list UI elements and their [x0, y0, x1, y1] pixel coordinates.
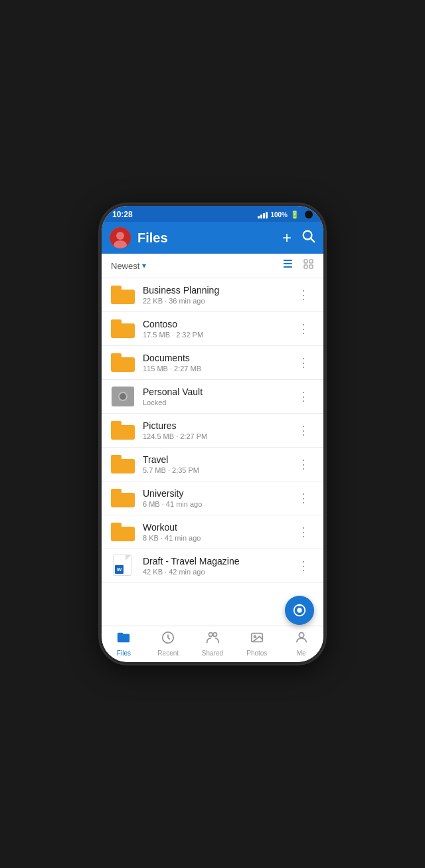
nav-item-me[interactable]: Me — [279, 630, 323, 657]
list-item[interactable]: University 6 MB · 41 min ago ⋮ — [102, 481, 323, 515]
nav-label-shared: Shared — [202, 650, 223, 657]
list-item[interactable]: Pictures 124.5 MB · 2:27 PM ⋮ — [102, 414, 323, 448]
file-meta: 8 KB · 41 min ago — [143, 534, 286, 542]
battery-indicator: 100% — [270, 211, 288, 218]
file-name: Business Planning — [143, 285, 286, 296]
more-options-button[interactable]: ⋮ — [294, 321, 314, 336]
svg-point-14 — [209, 633, 212, 637]
file-meta: 124.5 MB · 2:27 PM — [143, 432, 286, 440]
more-options-button[interactable]: ⋮ — [294, 559, 314, 573]
files-nav-icon — [116, 630, 131, 648]
nav-item-files[interactable]: Files — [102, 630, 146, 657]
more-options-button[interactable]: ⋮ — [294, 288, 314, 302]
list-item[interactable]: Workout 8 KB · 41 min ago ⋮ — [102, 515, 323, 549]
camera-fab-button[interactable] — [285, 596, 314, 625]
file-name: Travel — [143, 454, 286, 465]
status-time: 10:28 — [112, 210, 133, 219]
status-icons: 100% 🔋 — [258, 211, 313, 219]
nav-item-photos[interactable]: Photos — [234, 630, 279, 657]
more-options-button[interactable]: ⋮ — [294, 423, 314, 438]
file-name: Workout — [143, 522, 286, 533]
list-item[interactable]: Contoso 17.5 MB · 2:32 PM ⋮ — [102, 312, 323, 346]
file-meta: Locked — [143, 398, 286, 406]
folder-icon — [111, 420, 135, 440]
more-options-button[interactable]: ⋮ — [294, 457, 314, 472]
nav-label-photos: Photos — [246, 650, 267, 657]
status-bar: 10:28 100% 🔋 — [102, 206, 323, 222]
app-header: Files + — [102, 222, 323, 254]
svg-rect-11 — [309, 265, 313, 268]
nav-label-files: Files — [117, 650, 131, 657]
folder-icon — [111, 285, 135, 305]
file-meta: 115 MB · 2:27 MB — [143, 365, 286, 373]
file-meta: 5.7 MB · 2:35 PM — [143, 466, 286, 474]
svg-point-17 — [254, 636, 256, 638]
add-button[interactable]: + — [282, 228, 292, 247]
svg-rect-8 — [304, 260, 307, 263]
header-actions: + — [282, 228, 315, 247]
svg-rect-10 — [304, 265, 307, 268]
svg-point-12 — [298, 608, 301, 612]
nav-label-me: Me — [297, 650, 306, 657]
nav-item-recent[interactable]: Recent — [146, 630, 191, 657]
svg-point-1 — [116, 232, 124, 240]
folder-icon — [111, 454, 135, 474]
file-meta: 17.5 MB · 2:32 PM — [143, 331, 286, 339]
file-meta: 42 KB · 42 min ago — [143, 568, 286, 576]
more-options-button[interactable]: ⋮ — [294, 491, 314, 505]
file-meta: 6 MB · 41 min ago — [143, 500, 286, 508]
sort-chevron-icon: ▾ — [142, 261, 146, 270]
file-list: Business Planning 22 KB · 36 min ago ⋮ C… — [102, 278, 323, 626]
view-toggle — [284, 259, 314, 272]
svg-point-15 — [213, 633, 217, 637]
shared-nav-icon — [205, 630, 220, 648]
sort-bar: Newest ▾ — [102, 254, 323, 278]
list-view-icon[interactable] — [284, 259, 296, 272]
svg-rect-9 — [309, 260, 313, 263]
list-item[interactable]: Personal Vault Locked ⋮ — [102, 380, 323, 414]
file-name: University — [143, 488, 286, 499]
recent-nav-icon — [161, 630, 175, 648]
avatar[interactable] — [110, 227, 131, 248]
photos-nav-icon — [250, 630, 264, 648]
folder-icon — [111, 488, 135, 508]
sort-label-text: Newest — [111, 261, 139, 271]
grid-view-icon[interactable] — [303, 259, 314, 272]
me-nav-icon — [294, 630, 309, 648]
file-name: Pictures — [143, 420, 286, 431]
bottom-nav: Files Recent — [102, 626, 323, 662]
file-meta: 22 KB · 36 min ago — [143, 297, 286, 305]
file-name: Documents — [143, 353, 286, 363]
page-title: Files — [137, 230, 276, 246]
list-item[interactable]: Travel 5.7 MB · 2:35 PM ⋮ — [102, 448, 323, 481]
vault-icon — [111, 387, 135, 406]
file-name: Personal Vault — [143, 387, 286, 397]
camera-dot — [305, 211, 313, 218]
more-options-button[interactable]: ⋮ — [294, 525, 314, 539]
file-name: Contoso — [143, 319, 286, 329]
battery-icon: 🔋 — [290, 211, 299, 219]
folder-icon — [111, 319, 135, 339]
folder-icon — [111, 522, 135, 542]
signal-icon — [258, 211, 268, 218]
more-options-button[interactable]: ⋮ — [294, 355, 314, 370]
file-name: Draft - Travel Magazine — [143, 556, 286, 566]
nav-label-recent: Recent — [157, 650, 179, 657]
svg-point-18 — [299, 633, 303, 638]
word-doc-icon: W — [111, 556, 135, 576]
svg-line-4 — [311, 238, 314, 242]
list-item[interactable]: Business Planning 22 KB · 36 min ago ⋮ — [102, 278, 323, 312]
nav-item-shared[interactable]: Shared — [191, 630, 235, 657]
sort-selector[interactable]: Newest ▾ — [111, 261, 146, 271]
more-options-button[interactable]: ⋮ — [294, 389, 314, 404]
search-button[interactable] — [301, 228, 315, 247]
list-item[interactable]: Documents 115 MB · 2:27 MB ⋮ — [102, 346, 323, 380]
folder-icon — [111, 353, 135, 373]
list-item[interactable]: W Draft - Travel Magazine 42 KB · 42 min… — [102, 549, 323, 583]
